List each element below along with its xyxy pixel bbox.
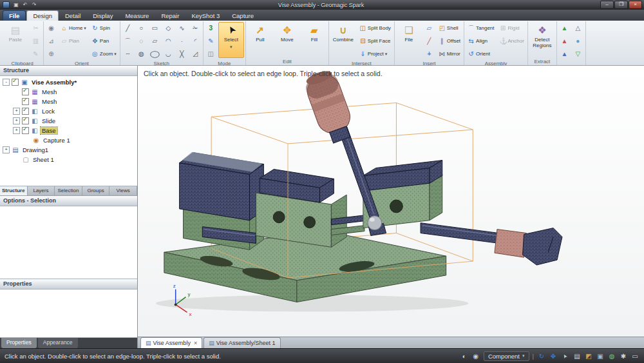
tree-item-label[interactable]: Capture 1 — [42, 137, 71, 144]
close-button[interactable]: × — [629, 1, 642, 9]
ribbon-button[interactable]: Split Face — [357, 35, 393, 47]
ribbon-button[interactable] — [30, 35, 42, 47]
status-nav-icon[interactable] — [537, 351, 546, 360]
panel-tab[interactable]: Structure — [0, 186, 28, 195]
tree-checkbox[interactable] — [22, 88, 29, 95]
tree-item[interactable]: Capture 1 — [0, 135, 137, 145]
ribbon-button[interactable] — [122, 35, 134, 47]
bottom-tab[interactable]: Appearance — [38, 338, 78, 348]
tree-item[interactable]: - Vise Assembly* — [0, 77, 137, 87]
component-dropdown[interactable]: Component ▾ — [484, 351, 529, 361]
panel-tab[interactable]: Groups — [82, 186, 110, 195]
ribbon-button[interactable] — [176, 22, 188, 34]
status-nav-icon[interactable] — [549, 351, 558, 360]
tree-item[interactable]: Mesh — [0, 97, 137, 106]
tree-item[interactable]: Sheet 1 — [0, 155, 137, 164]
tree-item[interactable]: + Drawing1 — [0, 145, 137, 155]
ribbon-button[interactable]: File — [396, 22, 422, 58]
ribbon-button[interactable]: Offset — [437, 35, 462, 47]
panel-tab[interactable]: Views — [109, 186, 137, 195]
tree-item-label[interactable]: Base — [41, 127, 57, 134]
ribbon-tab[interactable]: Detail — [59, 11, 86, 21]
ribbon-button[interactable]: Rigid — [498, 22, 526, 34]
ribbon-button[interactable]: Align — [466, 35, 496, 47]
ribbon-button[interactable]: Split Body — [357, 22, 393, 34]
ribbon-button[interactable] — [149, 35, 161, 47]
tree-expander[interactable]: + — [13, 108, 20, 115]
clamp-hook[interactable] — [495, 228, 562, 265]
panel-tab[interactable]: Layers — [28, 186, 55, 195]
ribbon-button[interactable] — [162, 35, 175, 47]
ribbon-button[interactable]: Pan — [90, 35, 118, 47]
ribbon-tab[interactable]: Repair — [155, 11, 185, 21]
status-tool-icon[interactable] — [584, 351, 593, 360]
tree-checkbox[interactable] — [22, 108, 29, 115]
status-icon[interactable] — [460, 351, 469, 360]
ribbon-tab[interactable]: Design — [26, 10, 59, 21]
status-tool-icon[interactable] — [573, 351, 582, 360]
ribbon-button[interactable]: Pull — [247, 22, 273, 58]
tree-item[interactable]: + Lock — [0, 106, 137, 116]
ribbon-button[interactable] — [30, 48, 42, 60]
ribbon-button[interactable]: Detect Regions — [529, 22, 555, 58]
tree-checkbox[interactable] — [22, 117, 29, 124]
tree-expander[interactable]: + — [3, 146, 10, 153]
status-nav-icon[interactable] — [560, 351, 569, 360]
ribbon-button[interactable]: Orient — [466, 48, 496, 60]
ribbon-button[interactable] — [205, 48, 217, 60]
tree-item-label[interactable]: Drawing1 — [21, 146, 50, 153]
ribbon-button[interactable] — [423, 22, 435, 34]
ribbon-button[interactable] — [45, 35, 57, 47]
screw-shaft[interactable] — [421, 223, 509, 245]
ribbon-button[interactable] — [149, 22, 161, 34]
ribbon-button[interactable]: Zoom — [90, 48, 118, 60]
viewport[interactable]: Click an object. Double-click to select … — [138, 66, 644, 337]
pivot-ball[interactable] — [368, 216, 382, 230]
ribbon-button[interactable] — [45, 22, 57, 34]
status-tool-icon[interactable] — [607, 351, 616, 360]
tree-item[interactable]: Mesh — [0, 87, 137, 97]
ribbon-tab[interactable]: File — [3, 10, 26, 21]
middle-jaw[interactable] — [256, 169, 346, 247]
ribbon-button[interactable] — [189, 48, 202, 60]
ribbon-tab[interactable]: Measure — [119, 11, 155, 21]
ribbon-button[interactable]: Move — [274, 22, 300, 58]
ribbon-button[interactable] — [135, 48, 147, 60]
ribbon-button[interactable]: Mirror — [437, 48, 462, 60]
status-tool-icon[interactable] — [596, 351, 605, 360]
ribbon-button[interactable]: Shell — [437, 22, 462, 34]
tree-expander[interactable]: - — [3, 79, 10, 86]
quick-access-button[interactable] — [12, 1, 20, 8]
ribbon-button[interactable]: Home — [59, 22, 88, 34]
tree-item-label[interactable]: Lock — [41, 108, 56, 115]
tree-checkbox[interactable] — [22, 98, 29, 105]
ribbon-button[interactable]: Spin — [90, 22, 118, 34]
ribbon-button[interactable] — [30, 22, 42, 34]
document-tab[interactable]: Vise Assembly × — [140, 337, 202, 348]
ribbon-button[interactable]: Project — [357, 48, 393, 60]
ribbon-button[interactable] — [162, 22, 175, 34]
ribbon-button[interactable] — [572, 22, 584, 34]
ribbon-button[interactable] — [205, 22, 217, 34]
ribbon-button[interactable] — [423, 48, 435, 60]
tree-expander[interactable]: + — [13, 127, 20, 134]
ribbon-button[interactable]: Combine — [330, 22, 356, 58]
ribbon-button[interactable] — [558, 35, 571, 47]
ribbon-button[interactable] — [135, 22, 147, 34]
ribbon-button[interactable] — [176, 48, 188, 60]
tree-item-label[interactable]: Sheet 1 — [32, 156, 55, 163]
status-tool-icon[interactable] — [619, 351, 628, 360]
tree-item[interactable]: + Slide — [0, 116, 137, 126]
ribbon-button[interactable]: Tangent — [466, 22, 496, 34]
tree-checkbox[interactable] — [22, 127, 29, 134]
panel-tab[interactable]: Selection — [55, 186, 82, 195]
ribbon-button[interactable] — [149, 48, 161, 60]
ribbon-tab[interactable]: KeyShot 3 — [185, 11, 225, 21]
3d-scene[interactable]: z y x — [138, 66, 644, 337]
ribbon-button[interactable] — [423, 35, 435, 47]
bottom-tab[interactable]: Properties — [1, 338, 37, 348]
ribbon-button[interactable]: Select — [218, 22, 244, 58]
ribbon-button[interactable] — [189, 35, 202, 47]
ribbon-button[interactable] — [122, 48, 134, 60]
ribbon-button[interactable] — [189, 22, 202, 34]
